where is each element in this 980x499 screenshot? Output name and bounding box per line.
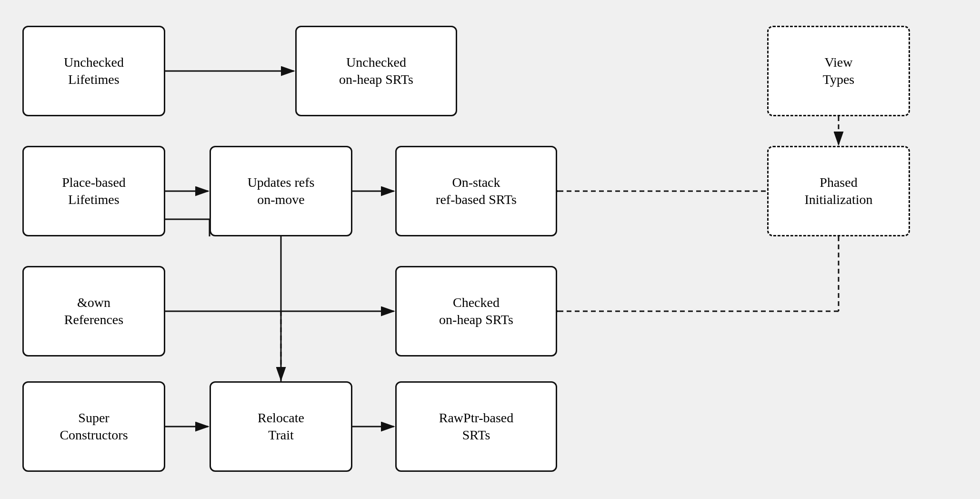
own-references-node: &ownReferences [22,266,165,356]
diagram: UncheckedLifetimes Uncheckedon-heap SRTs… [0,0,980,499]
updates-refs-node: Updates refson-move [210,146,352,236]
relocate-trait-node: RelocateTrait [210,381,352,472]
onstack-ref-node: On-stackref-based SRTs [395,146,557,236]
unchecked-lifetimes-node: UncheckedLifetimes [22,26,165,116]
place-based-node: Place-basedLifetimes [22,146,165,236]
phased-init-node: PhasedInitialization [767,146,910,236]
view-types-node: ViewTypes [767,26,910,116]
super-constructors-node: SuperConstructors [22,381,165,472]
checked-onheap-node: Checkedon-heap SRTs [395,266,557,356]
unchecked-onheap-node: Uncheckedon-heap SRTs [295,26,457,116]
rawptr-srts-node: RawPtr-basedSRTs [395,381,557,472]
